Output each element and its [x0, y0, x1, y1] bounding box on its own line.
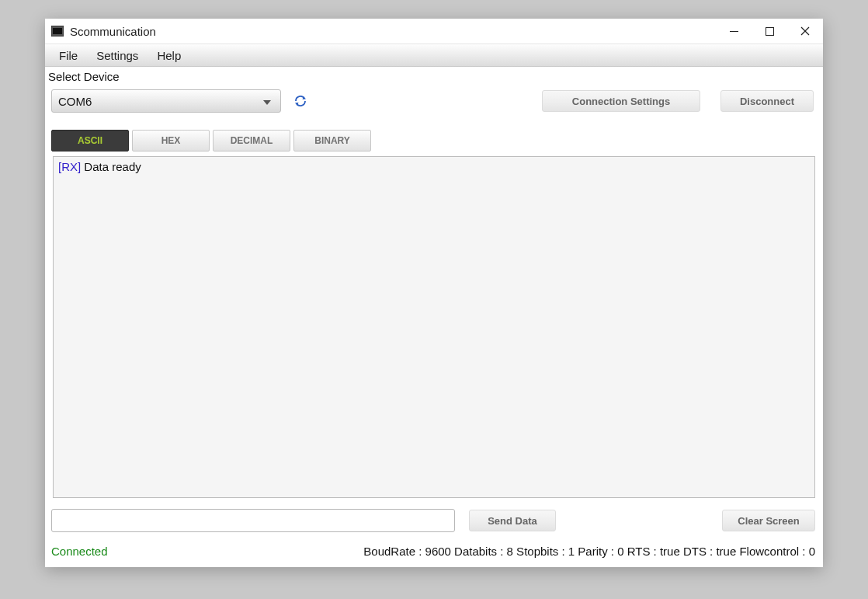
refresh-icon[interactable] [292, 92, 309, 110]
minimize-button[interactable] [716, 19, 752, 44]
terminal-container: [RX] Data ready [53, 156, 815, 498]
tab-decimal[interactable]: DECIMAL [213, 130, 290, 151]
send-row: Send Data Clear Screen [51, 509, 815, 532]
rx-tag: [RX] [58, 160, 81, 173]
clear-screen-button[interactable]: Clear Screen [722, 510, 815, 531]
device-select[interactable]: COM6 [51, 89, 281, 113]
terminal-output[interactable]: [RX] Data ready [53, 156, 815, 498]
tab-hex[interactable]: HEX [132, 130, 210, 151]
content-area: Select Device COM6 Connection Settings D… [45, 67, 823, 567]
status-info: BoudRate : 9600 Databits : 8 Stopbits : … [363, 545, 815, 558]
maximize-button[interactable] [752, 19, 787, 44]
window-controls [716, 19, 823, 44]
terminal-line: Data ready [81, 160, 141, 173]
menubar: File Settings Help [45, 44, 823, 67]
disconnect-button[interactable]: Disconnect [720, 90, 814, 112]
menu-settings[interactable]: Settings [89, 46, 146, 65]
menu-help[interactable]: Help [149, 46, 189, 65]
device-row: COM6 Connection Settings Disconnect [48, 89, 820, 113]
device-select-value: COM6 [58, 95, 92, 108]
send-input[interactable] [51, 509, 455, 532]
chevron-down-icon [263, 95, 271, 107]
send-data-button[interactable]: Send Data [469, 510, 556, 531]
status-connected: Connected [51, 545, 108, 558]
close-button[interactable] [787, 19, 823, 44]
app-window: Scommunication File Settings Help Select… [45, 19, 823, 567]
window-title: Scommunication [70, 25, 156, 38]
menu-file[interactable]: File [51, 46, 85, 65]
connection-settings-button[interactable]: Connection Settings [542, 90, 700, 112]
app-icon [51, 26, 64, 37]
titlebar: Scommunication [45, 19, 823, 44]
select-device-label: Select Device [45, 67, 820, 85]
format-tabs: ASCII HEX DECIMAL BINARY [51, 130, 820, 151]
svg-rect-1 [53, 28, 62, 34]
svg-marker-6 [263, 100, 271, 105]
status-bar: Connected BoudRate : 9600 Databits : 8 S… [48, 537, 820, 558]
svg-rect-3 [766, 27, 773, 35]
tab-binary[interactable]: BINARY [293, 130, 371, 151]
tab-ascii[interactable]: ASCII [51, 130, 129, 151]
